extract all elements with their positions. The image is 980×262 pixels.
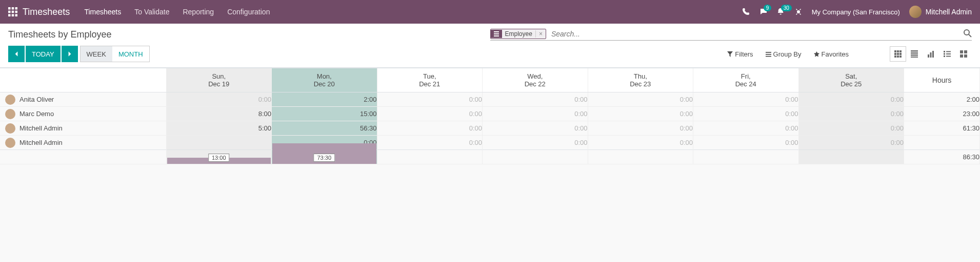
hours-cell[interactable]: 0:00: [693, 121, 799, 136]
hours-cell[interactable]: 0:00: [377, 121, 483, 136]
nav-item-timesheets[interactable]: Timesheets: [84, 8, 121, 16]
control-panel: Timesheets by Employee Employee × TODAY …: [0, 24, 980, 68]
svg-rect-0: [8, 7, 11, 10]
svg-rect-7: [12, 14, 14, 17]
svg-rect-25: [899, 55, 902, 58]
apps-icon[interactable]: [8, 7, 17, 16]
next-button[interactable]: [62, 46, 78, 62]
view-kanban[interactable]: [955, 46, 972, 62]
user-name: Mitchell Admin: [926, 8, 972, 16]
hours-cell[interactable]: 56:30: [272, 121, 377, 136]
nav-item-reporting[interactable]: Reporting: [183, 8, 214, 16]
avatar-icon: [5, 138, 15, 148]
discuss-icon[interactable]: 9: [759, 8, 768, 16]
facet-remove[interactable]: ×: [535, 30, 546, 38]
hours-cell[interactable]: 0:00: [483, 121, 588, 136]
company-switcher[interactable]: My Company (San Francisco): [812, 8, 900, 16]
hours-cell[interactable]: 0:00: [377, 92, 483, 107]
svg-rect-19: [899, 50, 902, 52]
app-brand[interactable]: Timesheets: [23, 7, 70, 17]
col-day-header: Tue,Dec 21: [377, 68, 483, 92]
svg-rect-8: [15, 14, 18, 17]
timesheet-grid: Sun,Dec 19Mon,Dec 20Tue,Dec 21Wed,Dec 22…: [0, 68, 980, 164]
col-total-cell: [693, 150, 799, 164]
svg-rect-31: [930, 52, 932, 58]
svg-line-13: [969, 34, 971, 37]
today-button[interactable]: TODAY: [26, 46, 61, 62]
discuss-badge: 9: [764, 5, 772, 11]
activity-icon[interactable]: 30: [777, 8, 785, 16]
avatar-icon: [5, 109, 15, 119]
employee-cell[interactable]: Anita Oliver: [0, 95, 166, 105]
hours-cell[interactable]: 0:00: [377, 136, 483, 150]
col-day-header: Thu,Dec 23: [588, 68, 693, 92]
svg-rect-2: [15, 7, 18, 10]
col-total-cell: [377, 150, 483, 164]
hours-cell[interactable]: 2:00: [272, 92, 377, 107]
hours-cell[interactable]: 0:00: [588, 136, 693, 150]
view-kanban-list[interactable]: [939, 46, 955, 62]
search-bar[interactable]: Employee ×: [490, 29, 972, 41]
col-day-header: Fri,Dec 24: [693, 68, 799, 92]
hours-cell[interactable]: 0:00: [798, 107, 904, 121]
nav-item-validate[interactable]: To Validate: [134, 8, 169, 16]
facet-label: Employee: [502, 29, 535, 39]
col-day-header: Sun,Dec 19: [166, 68, 272, 92]
hours-cell[interactable]: 0:00: [798, 92, 904, 107]
search-icon[interactable]: [964, 29, 972, 39]
hours-cell[interactable]: 15:00: [272, 107, 377, 121]
col-day-header: Mon,Dec 20: [272, 68, 377, 92]
hours-cell[interactable]: 0:00: [693, 92, 799, 107]
hours-cell[interactable]: 0:00: [483, 92, 588, 107]
svg-rect-18: [897, 50, 899, 52]
employee-cell[interactable]: Marc Demo: [0, 109, 166, 119]
debug-icon[interactable]: [794, 8, 803, 16]
svg-rect-26: [911, 50, 918, 52]
prev-button[interactable]: [8, 46, 25, 62]
view-graph[interactable]: [923, 46, 939, 62]
user-menu[interactable]: Mitchell Admin: [909, 6, 972, 18]
top-navbar: Timesheets Timesheets To Validate Report…: [0, 0, 980, 24]
hours-cell[interactable]: 0:00: [166, 92, 272, 107]
hours-cell[interactable]: 0:00: [483, 136, 588, 150]
svg-rect-37: [944, 55, 945, 57]
table-row: Mitchell Admin0:000:000:000:000:000:00: [0, 136, 980, 150]
view-grid[interactable]: [890, 46, 906, 62]
hours-cell[interactable]: 0:00: [483, 107, 588, 121]
hours-cell[interactable]: 0:00: [377, 107, 483, 121]
hours-cell[interactable]: 5:00: [166, 121, 272, 136]
hours-cell[interactable]: 0:00: [693, 136, 799, 150]
hours-cell[interactable]: [166, 136, 272, 150]
employee-name: Mitchell Admin: [19, 124, 63, 132]
hours-cell[interactable]: 8:00: [166, 107, 272, 121]
scale-month[interactable]: MONTH: [112, 46, 149, 62]
nav-item-configuration[interactable]: Configuration: [227, 8, 270, 16]
hours-cell[interactable]: 0:00: [798, 121, 904, 136]
hours-cell[interactable]: 0:00: [798, 136, 904, 150]
view-list[interactable]: [906, 46, 923, 62]
scale-week[interactable]: WEEK: [81, 46, 112, 62]
employee-name: Anita Oliver: [19, 96, 54, 103]
avatar-icon: [5, 123, 15, 134]
hours-cell[interactable]: 0:00: [588, 121, 693, 136]
filters-dropdown[interactable]: Filters: [727, 50, 753, 58]
phone-icon[interactable]: [742, 8, 750, 16]
avatar-icon: [5, 95, 15, 105]
col-total-cell: 73:30: [272, 150, 377, 164]
col-day-header: Wed,Dec 22: [483, 68, 588, 92]
col-total-cell: 13:00: [166, 150, 272, 164]
col-total-cell: [483, 150, 588, 164]
row-total: [904, 136, 980, 150]
search-input[interactable]: [549, 29, 964, 39]
employee-cell[interactable]: Mitchell Admin: [0, 138, 166, 148]
hours-cell[interactable]: 0:00: [588, 107, 693, 121]
favorites-dropdown[interactable]: Favorites: [814, 50, 849, 58]
col-total-cell: [798, 150, 904, 164]
col-total-label: 73:30: [313, 154, 335, 162]
hours-cell[interactable]: 0:00: [588, 92, 693, 107]
svg-rect-11: [494, 35, 499, 36]
date-navigation: TODAY WEEK MONTH: [8, 46, 150, 62]
hours-cell[interactable]: 0:00: [693, 107, 799, 121]
employee-cell[interactable]: Mitchell Admin: [0, 123, 166, 134]
groupby-dropdown[interactable]: Group By: [766, 50, 802, 58]
